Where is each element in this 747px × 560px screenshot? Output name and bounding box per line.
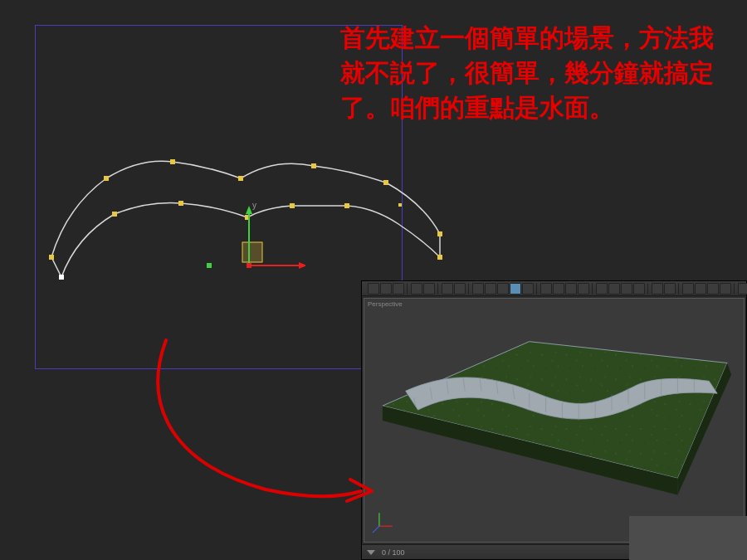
gizmo-xy-plane[interactable] xyxy=(242,242,262,262)
vertex-handle[interactable] xyxy=(170,159,175,164)
toolbar-button[interactable] xyxy=(472,283,484,295)
bottom-right-overlay xyxy=(629,516,747,560)
toolbar-button[interactable] xyxy=(695,283,706,295)
svg-rect-5 xyxy=(207,263,212,268)
toolbar-button[interactable] xyxy=(720,283,731,295)
toolbar-button[interactable] xyxy=(411,283,422,295)
toolbar-button[interactable] xyxy=(565,283,577,295)
move-gizmo[interactable]: x y xyxy=(206,199,305,282)
toolbar-button[interactable] xyxy=(578,283,589,295)
toolbar-button[interactable] xyxy=(664,283,676,295)
vertex-handle[interactable] xyxy=(344,203,349,208)
terrain-render xyxy=(364,299,744,542)
axis-y-label: y xyxy=(252,201,256,210)
toolbar-button[interactable] xyxy=(596,283,608,295)
vertex-handle[interactable] xyxy=(112,212,117,217)
viewport-mini-gizmo xyxy=(373,513,393,533)
perspective-toolbar xyxy=(362,281,746,296)
vertex-handle[interactable] xyxy=(238,176,243,181)
svg-rect-1 xyxy=(398,203,402,207)
vertex-handle[interactable] xyxy=(49,255,54,260)
svg-marker-2 xyxy=(299,262,305,269)
svg-marker-3 xyxy=(246,206,252,214)
perspective-viewport[interactable]: Perspective xyxy=(364,298,745,543)
instruction-annotation: 首先建立一個簡單的場景，方法我就不説了，很簡單，幾分鐘就搞定了。咱們的重點是水面… xyxy=(340,21,730,125)
toolbar-button[interactable] xyxy=(652,283,663,295)
frame-counter: 0 / 100 xyxy=(382,548,405,557)
toolbar-button[interactable] xyxy=(454,283,466,295)
toolbar-button[interactable] xyxy=(380,283,392,295)
vertex-handle[interactable] xyxy=(104,176,109,181)
toolbar-button[interactable] xyxy=(738,283,747,295)
play-icon[interactable] xyxy=(367,550,375,555)
svg-line-0 xyxy=(51,257,61,277)
toolbar-move-button[interactable] xyxy=(510,283,521,295)
toolbar-button[interactable] xyxy=(707,283,719,295)
toolbar-button[interactable] xyxy=(522,283,534,295)
toolbar-button[interactable] xyxy=(393,283,404,295)
toolbar-button[interactable] xyxy=(553,283,564,295)
toolbar-button[interactable] xyxy=(423,283,435,295)
toolbar-button[interactable] xyxy=(682,283,694,295)
toolbar-button[interactable] xyxy=(621,283,632,295)
toolbar-button[interactable] xyxy=(497,283,509,295)
toolbar-button[interactable] xyxy=(442,283,453,295)
vertex-handle[interactable] xyxy=(437,255,442,260)
toolbar-button[interactable] xyxy=(608,283,620,295)
vertex-handle[interactable] xyxy=(311,163,316,168)
vertex-handle[interactable] xyxy=(437,231,442,236)
toolbar-button[interactable] xyxy=(540,283,552,295)
vertex-handle-selected[interactable] xyxy=(59,275,64,280)
svg-line-34 xyxy=(373,526,379,533)
svg-rect-4 xyxy=(247,263,251,268)
toolbar-button[interactable] xyxy=(633,283,645,295)
vertex-handle[interactable] xyxy=(383,180,388,185)
toolbar-button[interactable] xyxy=(485,283,496,295)
toolbar-button[interactable] xyxy=(368,283,379,295)
vertex-handle[interactable] xyxy=(178,201,183,206)
